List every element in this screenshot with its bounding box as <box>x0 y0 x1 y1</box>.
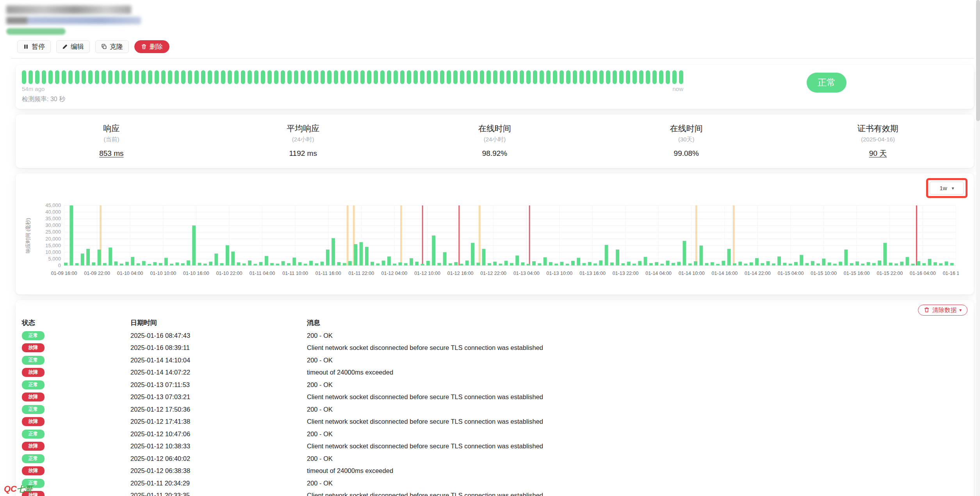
heartbeat-bar <box>546 70 551 84</box>
chart-controls: 1w ▾ <box>22 178 968 201</box>
heartbeat-bar <box>367 70 371 84</box>
event-message: Client network socket disconnected befor… <box>307 492 968 496</box>
monitor-actions: 暂停 编辑 克隆 删除 <box>17 40 974 53</box>
event-status-badge: 故障 <box>22 343 45 352</box>
event-time: 2025-01-11 20:34:29 <box>130 480 307 487</box>
stats-card: 响应 (当前) 853 ms 平均响应 (24小时) 1192 ms 在线时间 … <box>16 114 974 168</box>
heartbeat-bar <box>354 70 358 84</box>
event-status-badge: 故障 <box>22 466 45 475</box>
heartbeat-bar <box>447 70 451 84</box>
heartbeat-bar <box>533 70 537 84</box>
heartbeat-bar <box>55 70 59 84</box>
svg-text:40,000: 40,000 <box>45 209 61 215</box>
heartbeat-bar <box>35 70 39 84</box>
response-time-chart: 05,00010,00015,00020,00025,00030,00035,0… <box>22 201 959 291</box>
delete-button[interactable]: 删除 <box>134 40 169 53</box>
heartbeat-bar <box>652 70 657 84</box>
event-status-badge: 正常 <box>22 454 45 463</box>
heartbeat-bar <box>68 70 73 84</box>
heartbeat-bar <box>274 70 278 84</box>
heartbeat-bar <box>599 70 604 84</box>
heartbeat-bar <box>453 70 458 84</box>
heartbeat-bar <box>261 70 265 84</box>
scrollbar[interactable] <box>976 0 980 496</box>
svg-text:01-13 22:00: 01-13 22:00 <box>613 271 639 276</box>
heartbeat-bar <box>135 70 139 84</box>
stat-response-average: 平均响应 (24小时) 1192 ms <box>207 123 399 159</box>
clear-data-label: 清除数据 <box>932 307 957 313</box>
svg-text:01-16 10:00: 01-16 10:00 <box>943 271 959 276</box>
event-status-badge: 故障 <box>22 417 45 426</box>
event-time: 2025-01-16 08:47:43 <box>130 332 307 339</box>
monitor-url-redacted[interactable] <box>6 17 141 24</box>
svg-text:01-14 16:00: 01-14 16:00 <box>712 271 738 276</box>
heartbeat-bar <box>75 70 79 84</box>
heartbeat-bar <box>679 70 683 84</box>
heartbeat-bar <box>420 70 424 84</box>
heartbeat-bar <box>407 70 411 84</box>
event-status-badge: 故障 <box>22 393 45 401</box>
svg-text:01-11 16:00: 01-11 16:00 <box>315 271 341 276</box>
stat-value: 99.08% <box>590 149 782 158</box>
event-message: 200 - OK <box>307 455 968 462</box>
clone-button[interactable]: 克隆 <box>95 40 129 53</box>
stat-value[interactable]: 853 ms <box>16 149 207 158</box>
check-frequency-label: 检测频率: 30 秒 <box>22 95 686 103</box>
heartbeat-bar <box>334 70 338 84</box>
event-time: 2025-01-12 10:47:06 <box>130 430 307 438</box>
heartbeat-bar <box>374 70 378 84</box>
heartbeat-bar <box>360 70 365 84</box>
pause-icon <box>23 44 29 50</box>
heartbeat-bar <box>606 70 610 84</box>
event-row: 正常2025-01-11 20:34:29200 - OK <box>22 477 968 490</box>
heartbeat-bar <box>148 70 152 84</box>
event-status-badge: 正常 <box>22 331 45 340</box>
heartbeat-bar <box>427 70 431 84</box>
stat-value[interactable]: 90 天 <box>782 148 974 159</box>
heartbeat-time-range: 54m ago now <box>22 86 683 92</box>
heartbeat-bar <box>467 70 471 84</box>
pause-button[interactable]: 暂停 <box>17 40 51 53</box>
heartbeat-bar <box>314 70 318 84</box>
heartbeat-bar <box>241 70 245 84</box>
heartbeat-bar <box>626 70 630 84</box>
heartbeat-bar <box>586 70 590 84</box>
svg-text:01-12 22:00: 01-12 22:00 <box>480 271 506 276</box>
heartbeat-bar <box>593 70 597 84</box>
heartbeat-bar <box>340 70 345 84</box>
heartbeat-bar <box>493 70 497 84</box>
edit-button-label: 编辑 <box>71 43 84 50</box>
svg-text:01-15 04:00: 01-15 04:00 <box>778 271 804 276</box>
heartbeat-bar <box>327 70 331 84</box>
pause-button-label: 暂停 <box>32 43 45 50</box>
svg-text:01-12 04:00: 01-12 04:00 <box>381 271 408 276</box>
heartbeat-bar <box>161 70 166 84</box>
svg-text:01-12 10:00: 01-12 10:00 <box>414 271 440 276</box>
scrollbar-thumb[interactable] <box>976 0 980 121</box>
svg-text:45,000: 45,000 <box>45 202 61 208</box>
period-select[interactable]: 1w ▾ <box>930 182 964 194</box>
event-message: Client network socket disconnected befor… <box>307 393 968 401</box>
clear-data-button[interactable]: 清除数据 ▾ <box>918 305 968 316</box>
chevron-down-icon: ▾ <box>959 308 962 312</box>
event-row: 故障2025-01-12 10:38:33Client network sock… <box>22 440 968 453</box>
event-row: 正常2025-01-14 14:10:04200 - OK <box>22 354 968 367</box>
event-message: 200 - OK <box>307 430 968 438</box>
stat-uptime-30d: 在线时间 (30天) 99.08% <box>590 123 782 159</box>
heartbeat-bar <box>267 70 272 84</box>
heartbeat-bar <box>573 70 577 84</box>
delete-button-label: 删除 <box>150 43 163 50</box>
stat-uptime-24h: 在线时间 (24小时) 98.92% <box>399 123 591 159</box>
event-time: 2025-01-12 17:50:36 <box>130 406 307 413</box>
stat-title: 响应 <box>16 123 207 134</box>
event-status-badge: 正常 <box>22 430 45 439</box>
svg-text:01-11 22:00: 01-11 22:00 <box>348 271 374 276</box>
events-table-body: 正常2025-01-16 08:47:43200 - OK故障2025-01-1… <box>22 330 968 496</box>
event-status-badge: 正常 <box>22 405 45 414</box>
event-row: 正常2025-01-13 07:11:53200 - OK <box>22 379 968 391</box>
heartbeat-bar <box>347 70 351 84</box>
svg-text:20,000: 20,000 <box>45 236 61 242</box>
edit-button[interactable]: 编辑 <box>56 40 90 53</box>
monitor-header: 暂停 编辑 克隆 删除 <box>6 5 974 59</box>
heartbeat-bar <box>188 70 192 84</box>
